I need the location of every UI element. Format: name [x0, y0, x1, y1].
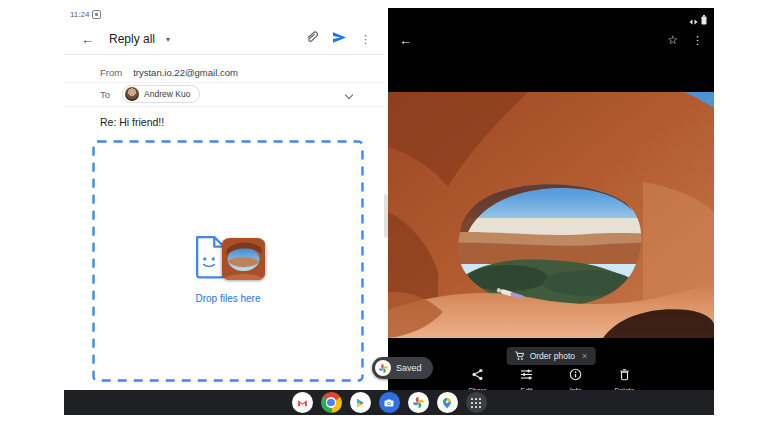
- compose-mode-caret-icon[interactable]: ▾: [166, 35, 170, 44]
- recipient-chip[interactable]: Andrew Kuo: [122, 85, 200, 103]
- edit-tune-icon: [520, 367, 533, 385]
- saved-toast: Saved: [372, 357, 433, 379]
- camera-app-icon[interactable]: [379, 392, 400, 413]
- recipient-avatar: [125, 87, 139, 101]
- photos-more-options-icon[interactable]: ⋮: [692, 35, 703, 46]
- from-label: From: [100, 67, 122, 78]
- play-store-app-icon[interactable]: [350, 392, 371, 413]
- to-row: To Andrew Kuo: [100, 85, 200, 103]
- header-divider: [64, 54, 385, 55]
- screenshot-notification-icon: [92, 10, 101, 19]
- order-photo-button[interactable]: Order photo ×: [507, 347, 596, 365]
- status-time: 11:24: [70, 10, 101, 19]
- drag-preview: [191, 234, 266, 284]
- to-label: To: [100, 89, 110, 100]
- app-launcher-icon[interactable]: [466, 392, 487, 413]
- photos-back-arrow-icon[interactable]: ←: [399, 33, 412, 48]
- cart-icon: [515, 347, 525, 365]
- gmail-compose-pane: 11:24 ← Reply all ▾ ⋮ Fr: [64, 8, 385, 390]
- to-divider: [64, 106, 385, 107]
- favorite-star-icon[interactable]: ☆: [667, 34, 678, 46]
- dropzone-content: Drop files here: [191, 234, 266, 304]
- recipient-name: Andrew Kuo: [144, 89, 190, 99]
- send-icon[interactable]: [332, 30, 347, 48]
- gmail-app-icon[interactable]: [292, 392, 313, 413]
- dragged-photo-thumbnail: [222, 238, 266, 280]
- trash-icon: [618, 367, 631, 385]
- info-icon: [569, 367, 582, 385]
- photos-pinwheel-icon: [375, 360, 391, 376]
- chromeos-screen: 11:24 ← Reply all ▾ ⋮ Fr: [64, 8, 714, 415]
- dropzone-label: Drop files here: [195, 293, 260, 304]
- compose-header-actions: ⋮: [305, 30, 371, 48]
- from-divider: [64, 82, 385, 83]
- split-resize-handle[interactable]: [384, 194, 388, 238]
- order-close-icon[interactable]: ×: [582, 351, 587, 361]
- google-photos-pane: ← ☆ ⋮: [388, 8, 714, 415]
- from-row: Fromtrystan.io.22@gmail.com: [100, 67, 238, 78]
- arch-photo[interactable]: [388, 92, 714, 338]
- photos-appbar-actions: ☆ ⋮: [667, 34, 703, 46]
- subject-line[interactable]: Re: Hi friend!!: [100, 116, 164, 128]
- compose-mode-title[interactable]: Reply all: [109, 32, 155, 46]
- attach-file-icon[interactable]: [305, 30, 319, 48]
- expand-recipients-chevron-icon[interactable]: [345, 92, 353, 100]
- maps-app-icon[interactable]: [437, 392, 458, 413]
- file-dropzone[interactable]: Drop files here: [92, 140, 364, 382]
- photos-app-icon[interactable]: [408, 392, 429, 413]
- gmail-compose-header: ← Reply all ▾ ⋮: [64, 26, 385, 52]
- toast-label: Saved: [396, 363, 422, 373]
- share-icon: [471, 367, 484, 385]
- screenshot-canvas: 11:24 ← Reply all ▾ ⋮ Fr: [0, 0, 768, 432]
- chrome-app-icon[interactable]: [321, 392, 342, 413]
- more-options-icon[interactable]: ⋮: [360, 34, 371, 45]
- photos-app-bar: ← ☆ ⋮: [388, 27, 714, 53]
- back-arrow-icon[interactable]: ←: [81, 33, 94, 46]
- clock-text: 11:24: [70, 10, 89, 19]
- from-email[interactable]: trystan.io.22@gmail.com: [133, 67, 238, 78]
- chromeos-shelf: [64, 390, 714, 415]
- order-photo-label: Order photo: [530, 351, 575, 361]
